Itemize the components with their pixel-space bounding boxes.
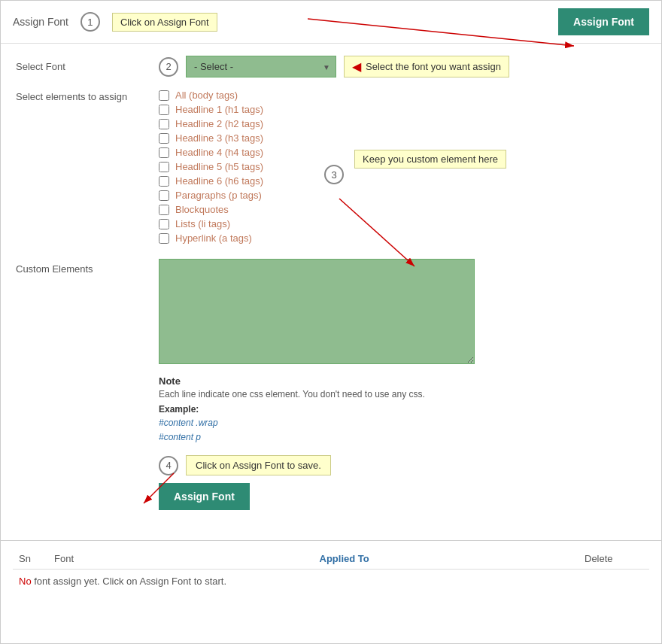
step2-badge: 2 <box>159 57 178 77</box>
font-table: Sn Font Applied To Delete No font assign… <box>13 548 649 593</box>
assign-font-button-bottom[interactable]: Assign Font <box>159 483 250 510</box>
select-font-label: Select Font <box>16 61 159 72</box>
bottom-btn-row: Assign Font <box>159 483 646 510</box>
step1-callout: Click on Assign Font <box>112 13 217 32</box>
table-header-font: Font <box>48 548 314 570</box>
custom-elements-label: Custom Elements <box>16 259 159 275</box>
table-section: Sn Font Applied To Delete No font assign… <box>1 540 661 606</box>
checkbox-a[interactable]: Hyperlink (a tags) <box>159 232 646 244</box>
step3-badge: 3 <box>324 165 344 184</box>
table-header-sn: Sn <box>13 548 48 570</box>
assign-font-button-top[interactable]: Assign Font <box>558 8 649 35</box>
note-example-label: Example: <box>159 404 646 415</box>
page-title: Assign Font <box>13 16 68 28</box>
table-empty-row: No font assign yet. Click on Assign Font… <box>13 570 649 594</box>
custom-elements-textarea[interactable] <box>159 259 475 364</box>
note-example-code: #content .wrap #content p <box>159 416 646 445</box>
step3-badge-wrapper: 3 <box>324 165 344 184</box>
no-font-text: font assign yet. Click on Assign Font to… <box>34 576 226 587</box>
table-header-applied: Applied To <box>314 548 579 570</box>
checkbox-p[interactable]: Paragraphs (p tags) <box>159 190 646 201</box>
step4-badge: 4 <box>159 456 178 475</box>
step4-callout: Click on Assign Font to save. <box>186 455 331 475</box>
select-elements-label: Select elements to assign <box>16 90 159 102</box>
checkbox-all[interactable]: All (body tags) <box>159 90 646 101</box>
note-title: Note <box>159 375 646 387</box>
checkbox-h3[interactable]: Headline 3 (h3 tags) <box>159 132 646 144</box>
table-header-delete: Delete <box>578 548 649 570</box>
checkbox-h2[interactable]: Headline 2 (h2 tags) <box>159 118 646 129</box>
step1-badge: 1 <box>80 12 100 32</box>
font-select[interactable]: - Select - <box>186 56 336 77</box>
step3-callout: Keep you custom element here <box>354 150 506 169</box>
no-font-highlight: No <box>19 576 32 587</box>
checkbox-h6[interactable]: Headline 6 (h6 tags) <box>159 175 646 187</box>
checkbox-blockquote[interactable]: Blockquotes <box>159 204 646 215</box>
checkbox-h1[interactable]: Headline 1 (h1 tags) <box>159 104 646 115</box>
step2-callout: ◀ Select the font you want assign <box>344 56 509 77</box>
note-text: Each line indicate one css element. You … <box>159 389 646 399</box>
checkbox-li[interactable]: Lists (li tags) <box>159 218 646 229</box>
note-section: Note Each line indicate one css element.… <box>159 375 646 445</box>
